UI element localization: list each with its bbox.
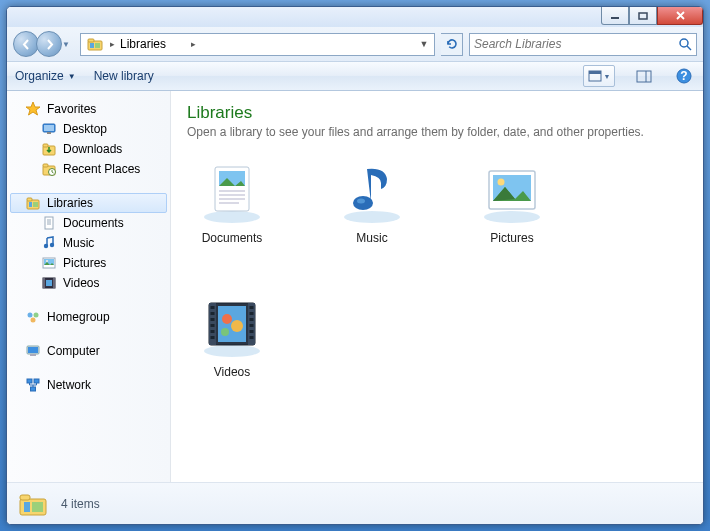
sidebar-label: Homegroup [47, 310, 110, 324]
breadcrumb-sep2[interactable]: ▸ [188, 39, 416, 49]
svg-line-7 [687, 46, 691, 50]
svg-rect-46 [27, 379, 32, 383]
library-label: Videos [214, 365, 250, 379]
svg-point-35 [46, 260, 48, 262]
toolbar: Organize▼ New library ▼ ? [7, 61, 703, 91]
svg-point-81 [231, 320, 243, 332]
star-icon [25, 101, 41, 117]
svg-point-41 [34, 313, 39, 318]
sidebar-homegroup[interactable]: Homegroup [7, 307, 170, 327]
pictures-icon [41, 255, 57, 271]
libraries-grid: Documents Music [187, 161, 687, 379]
search-box[interactable] [469, 33, 697, 56]
sidebar-libraries[interactable]: Libraries [10, 193, 167, 213]
sidebar-item-pictures[interactable]: Pictures [7, 253, 170, 273]
network-icon [25, 377, 41, 393]
sidebar-favorites[interactable]: Favorites [7, 99, 170, 119]
svg-rect-20 [43, 164, 48, 167]
svg-rect-75 [250, 318, 254, 321]
minimize-button[interactable] [601, 7, 629, 25]
search-input[interactable] [474, 37, 678, 51]
svg-point-40 [28, 313, 33, 318]
organize-menu[interactable]: Organize▼ [15, 69, 76, 83]
address-dropdown[interactable]: ▼ [416, 39, 432, 49]
sidebar-label: Computer [47, 344, 100, 358]
svg-point-58 [357, 199, 365, 204]
sidebar-item-music[interactable]: Music [7, 233, 170, 253]
status-bar: 4 items [7, 482, 703, 524]
svg-point-6 [680, 39, 688, 47]
svg-rect-4 [90, 43, 94, 48]
sidebar-item-label: Videos [63, 276, 99, 290]
svg-rect-86 [32, 502, 43, 512]
svg-text:?: ? [680, 69, 687, 83]
svg-rect-67 [211, 306, 215, 309]
library-videos[interactable]: Videos [187, 295, 277, 379]
libraries-icon [86, 35, 104, 53]
address-bar[interactable]: ▸ Libraries ▸ ▼ [80, 33, 435, 56]
music-icon [41, 235, 57, 251]
sidebar-item-label: Recent Places [63, 162, 140, 176]
svg-point-63 [204, 345, 260, 357]
status-text: 4 items [61, 497, 100, 511]
window-controls [601, 7, 703, 25]
svg-point-82 [221, 328, 229, 336]
svg-rect-25 [33, 202, 38, 207]
view-options-button[interactable]: ▼ [583, 65, 615, 87]
library-music[interactable]: Music [327, 161, 417, 245]
preview-pane-button[interactable] [633, 65, 655, 87]
help-button[interactable]: ? [673, 65, 695, 87]
sidebar-item-desktop[interactable]: Desktop [7, 119, 170, 139]
close-button[interactable] [657, 7, 703, 25]
search-icon[interactable] [678, 37, 692, 51]
svg-point-59 [484, 211, 540, 223]
svg-rect-76 [250, 324, 254, 327]
explorer-window: ▼ ▸ Libraries ▸ ▼ Organize▼ New library [6, 6, 704, 525]
library-documents[interactable]: Documents [187, 161, 277, 245]
sidebar-computer[interactable]: Computer [7, 341, 170, 361]
svg-rect-10 [637, 71, 651, 82]
sidebar-item-label: Music [63, 236, 94, 250]
svg-rect-77 [250, 330, 254, 333]
pictures-large-icon [477, 161, 547, 225]
svg-point-80 [222, 314, 232, 324]
library-pictures[interactable]: Pictures [467, 161, 557, 245]
svg-rect-84 [20, 495, 30, 500]
page-title: Libraries [187, 103, 687, 123]
svg-rect-0 [611, 17, 619, 19]
svg-rect-37 [43, 278, 45, 288]
breadcrumb-root[interactable]: Libraries [118, 37, 188, 51]
svg-rect-24 [29, 202, 32, 207]
svg-rect-44 [28, 347, 38, 353]
sidebar-item-label: Documents [63, 216, 124, 230]
library-label: Documents [202, 231, 263, 245]
svg-point-31 [50, 243, 54, 247]
forward-button[interactable] [36, 31, 62, 57]
svg-rect-3 [88, 39, 94, 42]
sidebar-item-videos[interactable]: Videos [7, 273, 170, 293]
history-dropdown[interactable]: ▼ [62, 40, 74, 49]
sidebar-item-recent[interactable]: Recent Places [7, 159, 170, 179]
refresh-button[interactable] [441, 33, 463, 56]
svg-rect-78 [250, 336, 254, 339]
svg-rect-72 [211, 336, 215, 339]
svg-rect-47 [34, 379, 39, 383]
svg-point-56 [344, 211, 400, 223]
sidebar-item-documents[interactable]: Documents [7, 213, 170, 233]
library-label: Music [356, 231, 387, 245]
videos-icon [41, 275, 57, 291]
navigation-bar: ▼ ▸ Libraries ▸ ▼ [7, 27, 703, 61]
svg-rect-74 [250, 312, 254, 315]
libraries-icon [25, 195, 41, 211]
titlebar [7, 7, 703, 27]
sidebar-item-downloads[interactable]: Downloads [7, 139, 170, 159]
new-library-button[interactable]: New library [94, 69, 154, 83]
breadcrumb-sep[interactable]: ▸ [107, 39, 118, 49]
svg-point-42 [31, 318, 36, 323]
sidebar-network[interactable]: Network [7, 375, 170, 395]
svg-rect-39 [46, 280, 52, 286]
svg-rect-15 [44, 125, 54, 131]
sidebar-label: Favorites [47, 102, 96, 116]
svg-point-62 [498, 179, 505, 186]
maximize-button[interactable] [629, 7, 657, 25]
